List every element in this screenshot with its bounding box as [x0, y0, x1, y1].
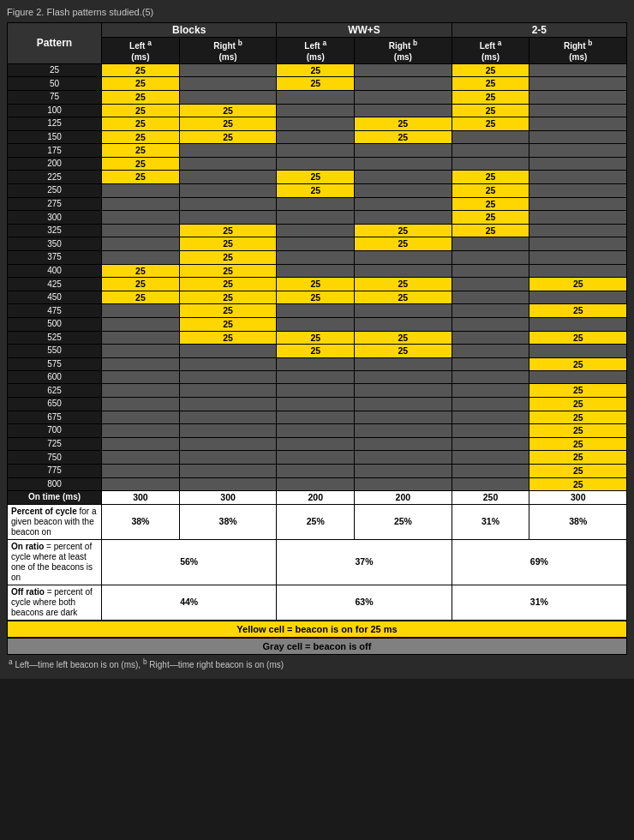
table-row: 600 [8, 371, 627, 384]
table-row: 800 25 [8, 477, 627, 491]
table-row: 525 25 25 25 25 [8, 331, 627, 345]
flash-patterns-table: Pattern Blocks WW+S 2-5 Left a(ms) Right… [7, 22, 627, 621]
table-row: 325 25 25 25 [8, 224, 627, 237]
wws-right-header: Right b(ms) [355, 38, 452, 63]
percent-row: Percent of cycle for a given beacon with… [8, 504, 627, 539]
percent-blocks-left: 38% [102, 504, 180, 539]
table-row: 25 25 25 25 [8, 63, 627, 77]
on-time-row: On time (ms) 300 300 200 200 250 300 [8, 491, 627, 505]
on-time-wws-left: 200 [277, 491, 355, 505]
footer-yellow-legend: Yellow cell = beacon is on for 25 ms [7, 621, 627, 638]
table-row: 400 25 25 [8, 264, 627, 278]
footnote: a Left—time left beacon is on (ms), b Ri… [7, 655, 627, 672]
table-row: 75 25 25 [8, 90, 627, 104]
page: Figure 2. Flash patterns studied.(5) Pat… [0, 0, 634, 679]
table-row: 625 25 [8, 384, 627, 398]
table-row: 475 25 25 [8, 304, 627, 318]
table-row: 300 25 [8, 211, 627, 225]
on-time-label: On time (ms) [8, 491, 102, 505]
table-row: 200 25 [8, 157, 627, 171]
table-row: 275 25 [8, 197, 627, 211]
table-row: 225 25 25 25 [8, 171, 627, 184]
percent-two5-left: 31% [452, 504, 529, 539]
table-row: 125 25 25 25 25 [8, 117, 627, 131]
table-row: 175 25 [8, 144, 627, 158]
two5-left-header: Left a(ms) [452, 38, 529, 63]
table-row: 100 25 25 25 [8, 104, 627, 117]
percent-blocks-right: 38% [179, 504, 276, 539]
table-row: 725 25 [8, 437, 627, 451]
off-ratio-two5: 31% [452, 585, 626, 620]
wws-left-header: Left a(ms) [277, 38, 355, 63]
on-ratio-wws: 37% [277, 539, 452, 585]
table-row: 375 25 [8, 251, 627, 265]
table-row: 700 25 [8, 424, 627, 438]
twofive-header: 2-5 [452, 23, 626, 38]
on-time-two5-left: 250 [452, 491, 529, 505]
on-time-blocks-left: 300 [102, 491, 180, 505]
table-row: 500 25 [8, 318, 627, 332]
blocks-right-header: Right b(ms) [179, 38, 276, 63]
blocks-header: Blocks [102, 23, 277, 38]
table-row: 150 25 25 25 [8, 130, 627, 144]
table-row: 575 25 [8, 357, 627, 371]
percent-two5-right: 38% [529, 504, 627, 539]
wws-header: WW+S [277, 23, 452, 38]
footer-gray-legend: Gray cell = beacon is off [7, 638, 627, 655]
on-ratio-two5: 69% [452, 539, 626, 585]
table-row: 750 25 [8, 451, 627, 465]
on-ratio-blocks: 56% [102, 539, 277, 585]
table-row: 675 25 [8, 411, 627, 424]
table-row: 450 25 25 25 25 [8, 291, 627, 304]
on-time-wws-right: 200 [355, 491, 452, 505]
table-row: 350 25 25 [8, 237, 627, 251]
blocks-left-header: Left a(ms) [102, 38, 180, 63]
table-row: 650 25 [8, 397, 627, 411]
on-time-two5-right: 300 [529, 491, 627, 505]
table-row: 775 25 [8, 464, 627, 477]
on-time-blocks-right: 300 [179, 491, 276, 505]
table-row: 550 25 25 [8, 345, 627, 358]
figure-title: Figure 2. Flash patterns studied.(5) [7, 7, 627, 17]
percent-wws-right: 25% [355, 504, 452, 539]
table-row: 250 25 25 [8, 184, 627, 198]
on-ratio-row: On ratio = percent of cycle where at lea… [8, 539, 627, 585]
pattern-header: Pattern [8, 23, 102, 64]
table-row: 425 25 25 25 25 25 [8, 278, 627, 291]
off-ratio-row: Off ratio = percent of cycle where both … [8, 585, 627, 620]
off-ratio-wws: 63% [277, 585, 452, 620]
off-ratio-blocks: 44% [102, 585, 277, 620]
percent-wws-left: 25% [277, 504, 355, 539]
table-row: 50 25 25 25 [8, 77, 627, 91]
two5-right-header: Right b(ms) [529, 38, 627, 63]
